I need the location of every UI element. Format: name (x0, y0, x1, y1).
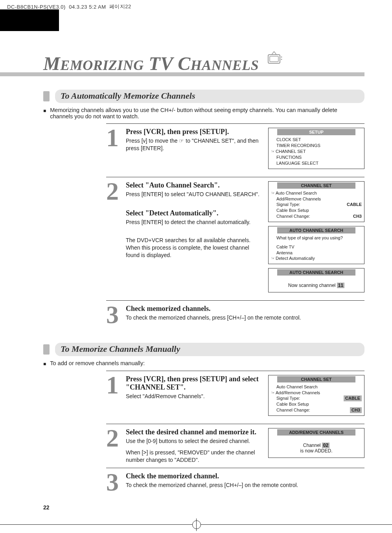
osd-item: Cable Box Setup (276, 208, 362, 213)
bullet-icon: ■ (43, 361, 46, 367)
bullet-icon: ■ (43, 108, 46, 119)
svg-point-4 (281, 57, 282, 58)
step-row: 1 Press [VCR], then press [SETUP]. Press… (106, 123, 364, 177)
osd-header: SETUP (277, 129, 355, 135)
section-intro: ■ Memorizing channels allows you to use … (43, 107, 342, 119)
osd-text: Channel (303, 443, 322, 448)
file-page: 페이지22 (109, 3, 131, 10)
section-heading-text: To Memorize Channels Manually (55, 343, 364, 356)
osd-item: FUNCTIONS (276, 154, 362, 160)
osd-text: is now ADDED. (269, 448, 364, 454)
step-number: 3 (106, 305, 126, 325)
osd-item: CLOCK SET (276, 137, 362, 143)
osd-header: CHANNEL SET (277, 376, 355, 382)
step-number: 2 (106, 181, 126, 202)
title-w1-rest: EMORIZING (60, 57, 144, 73)
svg-point-5 (281, 59, 282, 60)
osd-item: TIMER RECORDINGS (276, 143, 362, 149)
step-number: 2 (106, 428, 126, 448)
section-heading-manual: To Memorize Channels Manually (43, 343, 364, 356)
step-row: 2 Select "Auto Channel Search". Press [E… (106, 177, 364, 301)
intro-text: To add or remove channels manually: (50, 360, 145, 367)
title-w1-cap: M (43, 53, 60, 74)
osd-question: What type of signal are you using? (276, 235, 362, 241)
step-text: When [>] is pressed, "REMOVED" under the… (126, 449, 263, 464)
section-intro: ■ To add or remove channels manually: (43, 360, 342, 367)
crop-marks (0, 522, 392, 533)
file-date: 04.3.23 5:2 AM (69, 4, 106, 10)
osd-setup: SETUP CLOCK SET TIMER RECORDINGS ☞CHANNE… (268, 128, 364, 169)
step-text: Press [v] to move the ☞ to "CHANNEL SET"… (126, 137, 263, 152)
svg-line-3 (274, 51, 276, 55)
osd-value: CABLE (347, 202, 362, 208)
step-text: The DVD+VCR searches for all available c… (126, 237, 263, 259)
step-number: 3 (106, 472, 126, 493)
pointer-icon: ☞ (271, 256, 275, 261)
osd-scanning: AUTO CHANNEL SEARCH Now scanning channel… (268, 268, 364, 292)
osd-item: Channel Change: (276, 213, 353, 219)
osd-item: Add/Remove Channels (276, 196, 362, 202)
osd-auto-search: AUTO CHANNEL SEARCH What type of signal … (268, 226, 364, 264)
pointer-icon: ☞ (271, 191, 275, 195)
step-number: 1 (106, 375, 126, 395)
osd-value: CH3 (353, 213, 362, 219)
section-heading-text: To Automatically Memorize Channels (55, 90, 364, 103)
step-text: Use the [0-9] buttons to select the desi… (126, 437, 263, 445)
tv-icon (266, 49, 283, 71)
file-id: DC-B8CB1N-PS(VE3.0) (7, 4, 66, 10)
intro-text: Memorizing channels allows you to use th… (50, 107, 342, 119)
osd-num: 02 (322, 443, 329, 448)
title-w2: TV (149, 53, 173, 74)
step-row: 3 Check the memorized channel. To check … (106, 468, 364, 496)
step-title: Press [VCR], then press [SETUP]. (126, 128, 263, 136)
osd-header: AUTO CHANNEL SEARCH (277, 227, 355, 233)
step-title: Select "Auto Channel Search". (126, 181, 263, 189)
osd-channel-set: CHANNEL SET ☞Auto Channel Search Add/Rem… (268, 181, 364, 222)
osd-item: CHANNEL SET (276, 149, 306, 154)
page-number: 22 (43, 504, 364, 511)
svg-line-2 (272, 51, 274, 55)
step-row: 1 Press [VCR], then press [SETUP] and se… (106, 371, 364, 424)
osd-header: CHANNEL SET (277, 182, 355, 189)
osd-option: Detect Automatically (276, 256, 315, 261)
osd-option: Cable TV (276, 244, 362, 250)
osd-item: Channel Change: (276, 407, 350, 413)
osd-item: Auto Channel Search (276, 191, 317, 195)
osd-add-remove: ADD/REMOVE CHANNELS Channel 02 is now AD… (268, 428, 364, 458)
step-text: To check the memorized channel, press [C… (126, 482, 360, 489)
title-w3-rest: HANNELS (191, 57, 259, 73)
osd-option: Antenna (276, 250, 362, 256)
osd-header: AUTO CHANNEL SEARCH (277, 269, 355, 276)
osd-item: Signal Type: (276, 202, 347, 208)
step-row: 2 Select the desired channel and memoriz… (106, 424, 364, 468)
osd-value: CH3 (350, 407, 362, 413)
step-title: Check memorized channels. (126, 305, 360, 313)
osd-header: ADD/REMOVE CHANNELS (277, 429, 355, 436)
osd-item: LANGUAGE SELECT (276, 160, 362, 166)
title-w3-cap: C (178, 53, 191, 74)
osd-item: Auto Channel Search (276, 384, 362, 390)
pointer-icon: ☞ (271, 149, 275, 154)
section-chip-icon (43, 91, 50, 101)
step-row: 3 Check memorized channels. To check the… (106, 301, 364, 329)
step-text: Press [ENTER] to select "AUTO CHANNEL SE… (126, 191, 263, 198)
osd-item: Cable Box Setup (276, 401, 362, 407)
step-text: To check the memorized channels, press [… (126, 314, 360, 322)
step-title: Check the memorized channel. (126, 472, 360, 480)
black-box (0, 9, 59, 31)
pointer-icon: ☞ (271, 390, 275, 395)
section-heading-auto: To Automatically Memorize Channels (43, 90, 364, 103)
svg-rect-1 (270, 56, 278, 62)
step-subtitle: Select "Detect Automatically". (126, 209, 263, 217)
osd-scan-num: 11 (337, 283, 344, 288)
crop-header: DC-B8CB1N-PS(VE3.0) 04.3.23 5:2 AM 페이지22 (0, 0, 392, 10)
section-chip-icon (43, 344, 50, 355)
osd-item: Signal Type: (276, 395, 344, 401)
step-text: Press [ENTER] to detect the channel auto… (126, 219, 263, 226)
step-title: Select the desired channel and memorize … (126, 428, 263, 436)
osd-item: Add/Remove Channels (276, 390, 320, 395)
step-number: 1 (106, 128, 126, 148)
osd-value: CABLE (344, 395, 362, 401)
page-title: MEMORIZING TV CHANNELS (0, 53, 364, 76)
osd-channel-set: CHANNEL SET Auto Channel Search ☞Add/Rem… (268, 375, 364, 416)
